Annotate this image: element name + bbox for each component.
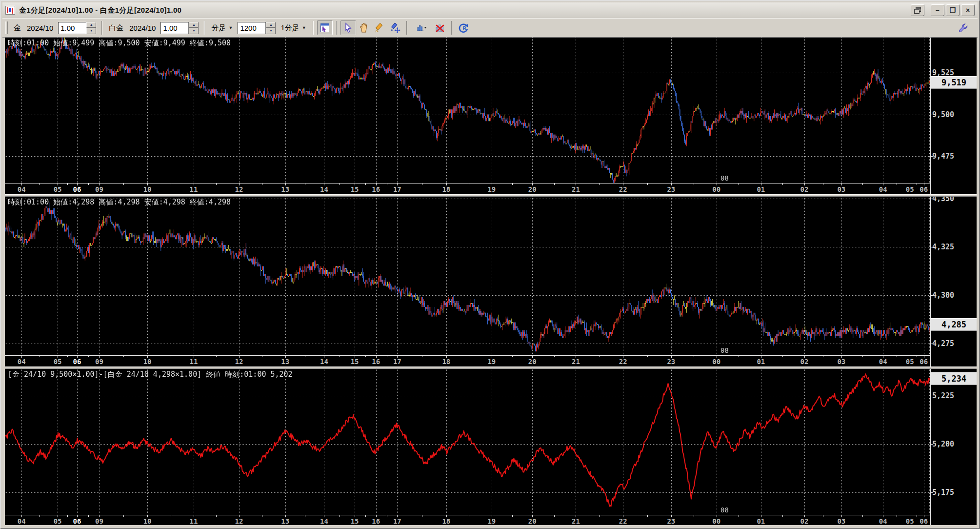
x-axis-tick [58,183,58,185]
platinum-mult-spin-up-icon[interactable]: ▲ [189,22,199,28]
x-axis-minor-tick [216,356,217,357]
gold-mult-spin-up-icon[interactable]: ▲ [86,22,96,28]
x-axis-tick [58,356,58,358]
x-axis-minor-tick [917,515,917,517]
minimize-button[interactable]: – [931,4,944,16]
x-axis-minor-tick [387,515,387,517]
x-axis-tick [239,356,240,358]
y-axis-label: 9,500 [932,110,954,119]
x-axis-label: 21 [572,517,580,525]
x-axis-tick [147,515,148,517]
platinum-mult-spin-down-icon[interactable]: ▼ [189,28,199,34]
platinum-multiplier-input[interactable] [160,22,189,34]
x-axis-tick [376,515,377,517]
x-axis-label: 05 [54,517,62,525]
x-axis-tick [77,183,78,185]
bar-count-input[interactable] [238,22,266,34]
bar-count-spin-down-icon[interactable]: ▼ [266,28,276,34]
x-axis-tick [623,183,623,185]
x-axis-minor-tick [823,515,823,517]
remove-chart-button[interactable] [432,20,448,35]
maximize-icon: ❐ [950,6,956,14]
x-axis-minor-tick [739,183,739,185]
x-axis-tick [532,356,533,358]
bar-count-spin-up-icon[interactable]: ▲ [266,22,276,28]
bar-type-dropdown[interactable]: 分足 ▼ [208,22,236,34]
x-axis-label: 00 [712,517,720,525]
x-axis-label: 06 [73,358,81,366]
spread-last-price-box: 5,234 [931,372,977,385]
x-axis-label: 11 [190,185,198,193]
cascade-windows-button[interactable] [911,4,924,16]
x-axis-tick [576,183,576,185]
x-axis-label: 23 [667,517,675,525]
x-axis-tick [532,183,533,185]
pointer-tool-button[interactable] [340,20,356,35]
x-axis-minor-tick [262,515,262,517]
platinum-price-axis: 4,285 4,3504,3254,3004,275 [930,197,977,366]
toolbar-separator [101,21,102,35]
platinum-time-axis: 0405060910111213141516171819202122230001… [5,355,930,366]
marker-move-button[interactable] [387,20,403,35]
spread-line-canvas[interactable] [5,369,930,515]
x-axis-tick [239,515,240,517]
y-axis-tick [931,73,933,73]
x-axis-tick [194,183,194,185]
x-axis-tick [355,515,355,517]
x-axis-tick [285,515,286,517]
app-candlestick-icon [5,6,15,15]
reload-button[interactable]: R [456,20,471,35]
pencil-draw-button[interactable] [372,20,387,35]
x-axis-minor-tick [88,356,89,357]
window-title: 金1分足[2024/10]1.00 - 白金1分足[2024/10]1.00 [19,6,181,15]
interval-dropdown[interactable]: 1分足 ▼ [278,22,309,34]
x-axis-minor-tick [554,183,555,185]
toolbar-grip[interactable] [5,21,8,34]
chart-layout-button[interactable] [317,20,333,35]
x-axis-minor-tick [262,356,262,357]
platinum-candles-canvas[interactable] [5,197,930,355]
y-axis-tick [931,115,933,115]
x-axis-label: 14 [320,517,328,525]
x-axis-label: 13 [281,358,289,366]
titlebar: 金1分足[2024/10]1.00 - 白金1分足[2024/10]1.00 –… [2,2,978,18]
x-axis-tick [397,183,398,185]
x-axis-label: 16 [372,358,380,366]
x-axis-minor-tick [216,183,217,185]
svg-text:R: R [462,26,466,31]
x-axis-tick [194,356,194,358]
pan-tool-button[interactable] [356,20,372,35]
x-axis-tick [21,356,22,358]
chart-style-button[interactable] [411,20,432,35]
gold-mult-spin-down-icon[interactable]: ▼ [86,28,96,34]
x-axis-minor-tick [694,183,694,185]
x-axis-minor-tick [171,515,171,517]
x-axis-label: 20 [528,517,537,525]
x-axis-minor-tick [862,183,863,185]
x-axis-minor-tick [739,356,739,357]
x-axis-label: 04 [879,358,887,366]
x-axis-label: 00 [712,185,720,193]
close-button[interactable]: × [961,4,975,16]
price-arrow-icon [930,80,931,85]
gold-multiplier-input[interactable] [58,22,86,34]
x-axis-tick [761,515,761,517]
maximize-button[interactable]: ❐ [946,4,960,16]
x-axis-tick [99,183,100,185]
x-axis-label: 17 [393,185,401,193]
x-axis-label: 01 [757,185,765,193]
gold-candles-canvas[interactable] [5,38,930,183]
settings-button[interactable] [955,20,971,35]
x-axis-label: 05 [906,358,914,366]
spread-price-axis: 5,234 5,2255,2005,175 [930,369,977,527]
x-axis-tick [717,515,717,517]
x-axis-label: 01 [757,358,765,366]
x-axis-label: 06 [73,185,81,193]
x-axis-label: 16 [372,185,380,193]
x-axis-label: 10 [143,185,152,193]
chevron-down-icon: ▼ [228,25,233,30]
platinum-month-label: 2024/10 [129,24,156,32]
x-axis-tick [99,515,100,517]
x-axis-label: 22 [619,517,627,525]
x-axis-minor-tick [387,183,387,185]
